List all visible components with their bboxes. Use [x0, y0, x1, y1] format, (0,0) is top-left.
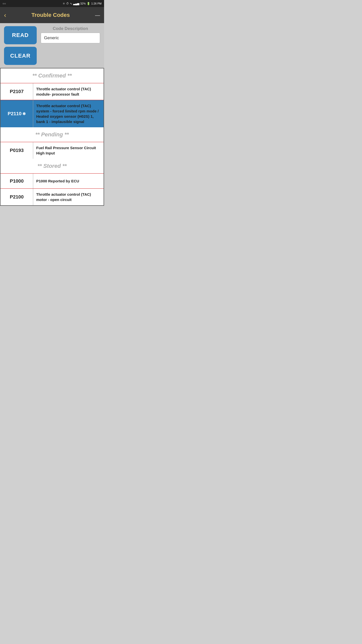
code-number: P2100	[1, 189, 33, 205]
clear-button[interactable]: CLEAR	[4, 47, 37, 65]
code-number: P2110 ❄	[1, 100, 33, 127]
back-button[interactable]: ‹	[4, 12, 6, 18]
code-description: Fuel Rail Pressure Sensor Circuit High I…	[33, 142, 104, 159]
code-number: P0193	[1, 142, 33, 159]
section-header-1: ** Pending **	[1, 127, 104, 142]
code-row[interactable]: P2100Throttle actuator control (TAC) mot…	[1, 188, 104, 205]
battery-level: 32%	[80, 2, 86, 5]
trouble-codes-table: ** Confirmed **P2107Throttle actuator co…	[0, 68, 104, 206]
code-description-label: Code Description	[41, 26, 100, 31]
code-description-input[interactable]	[41, 33, 100, 43]
section-header-0: ** Confirmed **	[1, 68, 104, 83]
status-bar: ○○ ⚛ ⏱ ∿ ▃▄▅ 32% 🔋 1:26 PM	[0, 0, 104, 7]
signal-icon: ▃▄▅	[73, 2, 79, 5]
alarm-icon: ⏱	[66, 2, 69, 5]
code-description: Throttle actuator control (TAC) motor - …	[33, 189, 104, 205]
code-row[interactable]: P2110 ❄Throttle actuator control (TAC) s…	[1, 100, 104, 127]
page-title: Trouble Codes	[6, 12, 95, 18]
snowflake-icon: ❄	[22, 111, 26, 116]
wifi-icon: ∿	[70, 2, 72, 5]
menu-button[interactable]: —	[95, 12, 100, 18]
code-description: Throttle actuator control (TAC) system -…	[33, 100, 104, 127]
battery-icon: 🔋	[87, 2, 90, 5]
code-number: P2107	[1, 83, 33, 100]
read-button[interactable]: READ	[4, 26, 37, 44]
code-row[interactable]: P1000P1000 Reported by ECU	[1, 173, 104, 188]
code-row[interactable]: P2107Throttle actuator control (TAC) mod…	[1, 83, 104, 100]
header: ‹ Trouble Codes —	[0, 7, 104, 23]
bluetooth-icon: ⚛	[63, 2, 65, 5]
action-buttons: READ CLEAR	[4, 26, 37, 65]
controls-area: READ CLEAR Code Description	[0, 23, 104, 68]
code-description: Throttle actuator control (TAC) module- …	[33, 83, 104, 100]
status-left: ○○	[3, 2, 6, 5]
clock: 1:26 PM	[91, 2, 102, 5]
section-header-2: ** Stored **	[1, 159, 104, 173]
code-description-column: Code Description	[41, 26, 100, 43]
code-row[interactable]: P0193Fuel Rail Pressure Sensor Circuit H…	[1, 142, 104, 159]
code-description: P1000 Reported by ECU	[33, 174, 104, 188]
code-number: P1000	[1, 174, 33, 188]
notification-icon: ○○	[3, 2, 6, 5]
status-right: ⚛ ⏱ ∿ ▃▄▅ 32% 🔋 1:26 PM	[63, 2, 102, 5]
